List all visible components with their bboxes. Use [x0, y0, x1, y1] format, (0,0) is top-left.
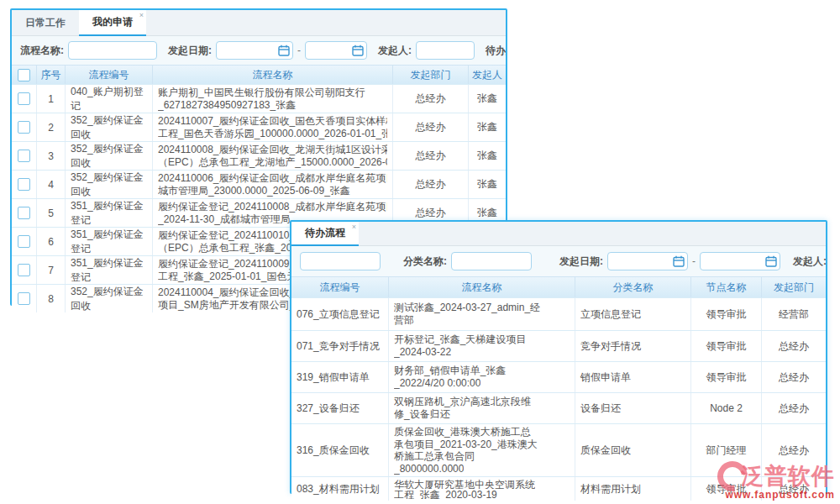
cell-code: 352_履约保证金回收	[66, 171, 153, 198]
table-row[interactable]: 327_设备归还 双钢压路机_京沪高速北京段维修_设备归还 设备归还 Node …	[291, 392, 826, 423]
select-all-checkbox[interactable]	[18, 69, 30, 81]
header-code: 流程编号	[291, 277, 389, 297]
cell-code: 076_立项信息登记	[291, 298, 389, 330]
cell-dept: 总经办	[762, 362, 826, 392]
cell-seq: 6	[37, 228, 66, 255]
cell-node: 领导审批	[691, 362, 762, 392]
row-checkbox[interactable]	[18, 92, 30, 105]
tab-pending-processes[interactable]: 待办流程 ×	[291, 222, 359, 246]
cell-dept: 总经办	[393, 171, 469, 198]
date-to-field	[700, 252, 780, 270]
close-icon[interactable]: ×	[139, 11, 144, 19]
header-name: 流程名称	[389, 277, 575, 297]
header-initiator: 发起人	[469, 66, 506, 84]
table-row[interactable]: 3 352_履约保证金回收 2024110008_履约保证金回收_龙湖天街城1区…	[12, 141, 506, 170]
cell-code: 351_履约保证金登记	[66, 228, 153, 255]
cell-name: 测试张鑫_2024-03-27_admin_经营部	[389, 298, 575, 330]
cell-category: 销假申请单	[575, 362, 691, 392]
cell-seq: 4	[37, 171, 66, 198]
close-icon[interactable]: ×	[352, 223, 356, 231]
cell-code: 352_履约保证金回收	[66, 142, 153, 170]
initiator-label: 发起人:	[793, 255, 826, 269]
cell-seq: 1	[37, 85, 66, 113]
cell-dept: 总经办	[393, 85, 469, 113]
start-date-label: 发起日期:	[168, 44, 212, 58]
cell-initiator: 张鑫	[469, 113, 506, 141]
date-from-field	[216, 41, 293, 60]
date-to-input[interactable]	[700, 252, 780, 270]
cell-seq: 3	[37, 142, 66, 170]
table-row[interactable]: 083_材料需用计划 华软大厦研究基地中央空调系统工程_张鑫_2020-03-1…	[291, 476, 826, 501]
cell-seq: 8	[37, 285, 66, 312]
cell-dept: 总经办	[762, 331, 826, 361]
row-checkbox[interactable]	[18, 235, 30, 248]
table-row[interactable]: 316_质保金回收 质保金回收_港珠澳大桥施工总承包项目_2021-03-20_…	[291, 423, 826, 476]
cell-name: 华软大厦研究基地中央空调系统工程_张鑫_2020-03-19	[389, 477, 575, 501]
cell-seq: 2	[37, 113, 66, 141]
cell-name: 财务部_销假申请单_张鑫_2022/4/20 0:00:00	[389, 362, 575, 392]
tab-label: 待办流程	[305, 226, 345, 240]
cell-dept: 总经办	[762, 424, 826, 476]
tab-bar: 日常工作 我的申请 ×	[12, 10, 506, 36]
tab-daily-work[interactable]: 日常工作	[12, 10, 79, 35]
table-row[interactable]: 319_销假申请单 财务部_销假申请单_张鑫_2022/4/20 0:00:00…	[291, 361, 826, 392]
cell-code: 316_质保金回收	[291, 424, 389, 476]
cell-code: 327_设备归还	[291, 393, 389, 423]
cell-code: 351_履约保证金登记	[66, 256, 153, 284]
cell-node: 领导审批	[691, 331, 762, 361]
category-input[interactable]	[451, 252, 532, 270]
row-checkbox[interactable]	[18, 178, 30, 191]
cell-code: 083_材料需用计划	[291, 477, 389, 501]
cell-dept: 总经办	[393, 142, 469, 170]
cell-name: 质保金回收_港珠澳大桥施工总承包项目_2021-03-20_港珠澳大桥施工总承包…	[389, 424, 575, 476]
date-to-input[interactable]	[305, 41, 367, 60]
cell-code: 071_竞争对手情况	[291, 331, 389, 361]
header-category: 分类名称	[575, 277, 691, 297]
table-row[interactable]: 4 352_履约保证金回收 2024110006_履约保证金回收_成都水岸华庭名…	[12, 170, 506, 198]
table-row[interactable]: 2 352_履约保证金回收 2024110007_履约保证金回收_国色天香项目实…	[12, 113, 506, 141]
tab-bar: 待办流程 ×	[291, 222, 826, 246]
tab-label: 我的申请	[92, 15, 133, 29]
row-checkbox[interactable]	[18, 150, 30, 162]
cell-name: 2024110007_履约保证金回收_国色天香项目实体样板房区域园建工程_国色天…	[153, 113, 393, 141]
search-bar: 分类名称: 发起日期: - 发起人:	[291, 246, 826, 276]
tab-label: 日常工作	[25, 16, 66, 30]
header-dept: 发起部门	[762, 277, 826, 297]
header-seq: 序号	[37, 66, 66, 84]
initiator-input[interactable]	[416, 41, 475, 60]
header-dept: 发起部门	[393, 66, 469, 84]
category-label: 分类名称:	[403, 255, 447, 269]
table-header: 序号 流程编号 流程名称 发起部门 发起人	[12, 65, 506, 84]
cell-category: 质保金回收	[575, 424, 691, 476]
row-checkbox[interactable]	[18, 207, 30, 219]
cell-category: 竞争对手情况	[575, 331, 691, 361]
cell-name: 开标登记_张鑫_天梯建设项目_2024-03-22	[389, 331, 575, 361]
date-from-input[interactable]	[607, 252, 688, 270]
pending-processes-window: 待办流程 × 分类名称: 发起日期: - 发起人: 流程编号 流程名称 分类名称…	[290, 220, 827, 494]
assignee-label: 待办人:	[486, 44, 506, 58]
cell-code: 319_销假申请单	[291, 362, 389, 392]
cell-dept: 总经办	[393, 113, 469, 141]
process-name-input[interactable]	[68, 41, 157, 60]
cell-name: 2024110006_履约保证金回收_成都水岸华庭名苑项目一标段_成都城市管理局…	[153, 171, 393, 198]
table-row[interactable]: 071_竞争对手情况 开标登记_张鑫_天梯建设项目_2024-03-22 竞争对…	[291, 330, 826, 361]
cell-code: 352_履约保证金回收	[66, 113, 153, 141]
cell-node: 领导审批	[691, 477, 762, 501]
date-from-input[interactable]	[216, 41, 293, 60]
cell-code: 352_履约保证金回收	[66, 285, 153, 312]
row-checkbox[interactable]	[18, 121, 30, 134]
table-row[interactable]: 076_立项信息登记 测试张鑫_2024-03-27_admin_经营部 立项信…	[291, 297, 826, 330]
cell-name: 双钢压路机_京沪高速北京段维修_设备归还	[389, 393, 575, 423]
row-checkbox[interactable]	[18, 292, 30, 305]
tab-my-applications[interactable]: 我的申请 ×	[79, 10, 146, 36]
date-range-separator: -	[297, 45, 301, 56]
cell-seq: 5	[37, 199, 66, 227]
row-checkbox[interactable]	[18, 264, 30, 276]
search-bar: 流程名称: 发起日期: - 发起人: 待办人:	[12, 36, 506, 65]
header-code: 流程编号	[66, 66, 153, 84]
cell-initiator: 张鑫	[469, 171, 506, 198]
cell-node: 部门经理	[691, 424, 762, 476]
cell-name: 2024110008_履约保证金回收_龙湖天街城1区设计采购施工（EPC）总承包…	[153, 142, 393, 170]
process-name-input[interactable]	[300, 252, 381, 270]
table-row[interactable]: 1 040_账户期初登记 账户期初_中国民生银行股份有限公司朝阳支行_62718…	[12, 84, 506, 113]
